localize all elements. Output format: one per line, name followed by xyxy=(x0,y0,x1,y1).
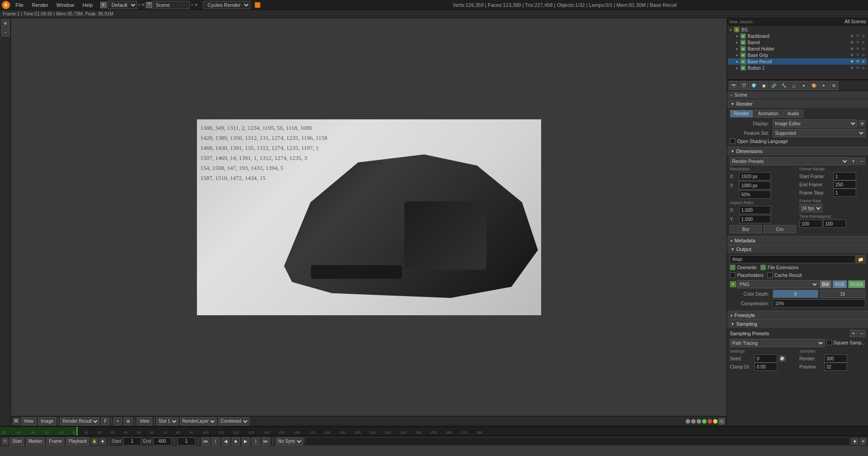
view2-btn[interactable]: View xyxy=(137,417,152,425)
render-layer-select[interactable]: RenderLayer xyxy=(180,417,217,425)
aspect-x-input[interactable] xyxy=(739,206,771,214)
res-x-input[interactable] xyxy=(739,172,771,180)
output-path-browse-btn[interactable]: 📁 xyxy=(856,255,865,263)
prop-tab-render[interactable]: 📷 xyxy=(729,81,738,90)
seed-random-btn[interactable]: 🎲 xyxy=(779,355,785,362)
frame-btn[interactable]: Frame xyxy=(46,437,64,446)
compression-input[interactable] xyxy=(773,299,865,307)
menu-file[interactable]: File xyxy=(13,1,26,9)
output-path-input[interactable] xyxy=(730,255,855,263)
osl-checkbox[interactable] xyxy=(730,138,735,144)
freestyle-section-header[interactable]: ▸ Freestyle xyxy=(727,311,868,319)
scene-name-input[interactable] xyxy=(153,1,190,9)
color-rgba-btn[interactable]: RGBA xyxy=(848,280,865,288)
render-presets-select[interactable]: Render Presets xyxy=(730,157,849,165)
layout-add-btn[interactable]: + xyxy=(138,2,141,7)
outliner-search-btn[interactable]: Search xyxy=(739,20,753,24)
prop-tab-object[interactable]: ◼ xyxy=(759,81,768,90)
f-btn[interactable]: F xyxy=(101,417,109,425)
ol-item-bg[interactable]: ▸ S BG xyxy=(728,26,867,33)
ol-item-base-recoil[interactable]: ▸ M Base Recoil ✱ 👁 ⊕ xyxy=(728,58,867,65)
frame-rate-select[interactable]: 24 fps xyxy=(800,204,822,212)
feature-set-select[interactable]: Supported xyxy=(773,129,865,137)
prop-tab-world[interactable]: 🌍 xyxy=(749,81,758,90)
keyframe-icon[interactable]: ◆ xyxy=(99,438,106,445)
skip-end-btn[interactable]: ⏭ xyxy=(262,437,270,446)
view-btn[interactable]: Start xyxy=(10,437,24,446)
output-section-header[interactable]: ▼ Output xyxy=(727,245,868,253)
zoom-btn[interactable]: ⊕ xyxy=(124,417,133,425)
ol-item-barrel-holder[interactable]: ▸ M Barrel Holder ✱ 👁 ⊕ xyxy=(728,46,867,52)
color-rgb-btn[interactable]: RGB xyxy=(832,280,847,288)
overwrite-checkbox[interactable] xyxy=(730,265,735,270)
presets-add-btn[interactable]: + xyxy=(850,158,857,165)
left-tool-1[interactable]: ⊕ xyxy=(1,19,10,27)
menu-window[interactable]: Window xyxy=(54,1,77,9)
time-remap-old[interactable] xyxy=(800,220,822,228)
aspect-y-input[interactable] xyxy=(739,215,771,223)
crop-btn[interactable]: Cro xyxy=(764,225,796,233)
timeline-scrubber[interactable] xyxy=(305,437,850,446)
frame-step-input[interactable] xyxy=(833,189,856,197)
display-fullscreen-btn[interactable]: ⊞ xyxy=(859,120,865,127)
combined-select[interactable]: Combined xyxy=(218,417,249,425)
presets-remove-btn[interactable]: − xyxy=(858,158,865,165)
play-reverse-btn[interactable]: ◀ xyxy=(222,437,230,446)
square-samples-checkbox[interactable] xyxy=(827,340,832,345)
sync-icon[interactable]: 🔒 xyxy=(91,438,98,445)
timeline-type-icon[interactable]: ⏱ xyxy=(2,438,8,445)
left-tool-2[interactable]: ↔ xyxy=(1,28,10,36)
layout-close-btn[interactable]: ✕ xyxy=(141,2,145,7)
ol-item-barrel[interactable]: ▸ M Barrel ✱ 👁 ⊕ xyxy=(728,39,867,46)
render-section-header[interactable]: ▼ Render xyxy=(727,99,868,108)
time-remap-new[interactable] xyxy=(823,220,846,228)
area-type-icon[interactable]: 🖼 xyxy=(13,418,19,425)
prop-tab-scene[interactable]: 🎬 xyxy=(739,81,748,90)
scene-close-btn[interactable]: ✕ xyxy=(194,2,198,7)
current-frame-input[interactable] xyxy=(177,437,196,446)
render-tab-animation[interactable]: Animation xyxy=(754,110,782,118)
render-tab-render[interactable]: Render xyxy=(730,110,753,118)
playback-btn[interactable]: Playback xyxy=(66,437,89,446)
path-tracing-select[interactable]: Path Tracing xyxy=(730,339,825,347)
prop-tab-particle[interactable]: ✦ xyxy=(819,81,828,90)
ol-item-base-grip[interactable]: ▸ M Base Grip ✱ 👁 ⊕ xyxy=(728,52,867,58)
prop-tab-physics[interactable]: ⚙ xyxy=(829,81,838,90)
clamp-input[interactable] xyxy=(754,363,777,371)
stop-btn[interactable]: ■ xyxy=(232,437,240,446)
render-tab-audio[interactable]: Audio xyxy=(783,110,803,118)
color-depth-8-btn[interactable]: 8 xyxy=(773,290,818,298)
start-frame-input[interactable] xyxy=(833,172,856,180)
cache-checkbox[interactable] xyxy=(767,272,773,278)
next-keyframe-btn[interactable]: ⟩ xyxy=(252,437,260,446)
sampling-presets-remove[interactable]: − xyxy=(858,330,865,337)
dimensions-section-header[interactable]: ▼ Dimensions xyxy=(727,147,868,155)
ol-item-button1[interactable]: ▸ M Button 1 ✱ 👁 ⊕ xyxy=(728,65,867,71)
prop-tab-modifier[interactable]: 🔧 xyxy=(779,81,788,90)
start-frame-input-bottom[interactable] xyxy=(123,437,141,446)
prop-tab-constraint[interactable]: 🔗 xyxy=(769,81,778,90)
border-btn[interactable]: Bor xyxy=(730,225,762,233)
end-frame-input[interactable] xyxy=(833,180,856,189)
prop-tab-texture[interactable]: 🎨 xyxy=(809,81,818,90)
res-pct-input[interactable] xyxy=(739,190,771,199)
display-select[interactable]: Image Editor xyxy=(773,119,857,128)
prop-tab-material[interactable]: ● xyxy=(799,81,808,90)
placeholders-checkbox[interactable] xyxy=(730,272,735,278)
play-btn[interactable]: ▶ xyxy=(242,437,250,446)
end-frame-input-bottom[interactable] xyxy=(153,437,171,446)
prop-tab-data[interactable]: △ xyxy=(789,81,798,90)
render-samples-input[interactable] xyxy=(824,354,847,363)
seed-input[interactable] xyxy=(754,354,777,363)
slot-select[interactable]: Slot 1 xyxy=(156,417,178,425)
res-y-input[interactable] xyxy=(739,181,771,190)
sampling-section-header[interactable]: ▼ Sampling xyxy=(727,319,868,328)
editor-type-select[interactable]: Default xyxy=(108,1,137,9)
skip-start-btn[interactable]: ⏮ xyxy=(202,437,210,446)
keying-icon[interactable]: ◆ xyxy=(852,438,858,445)
image-menu-btn[interactable]: Image xyxy=(38,417,57,425)
prev-keyframe-btn[interactable]: ⟨ xyxy=(212,437,220,446)
color-bw-btn[interactable]: BW xyxy=(820,280,832,288)
ol-item-backboard[interactable]: ▸ M Backboard ✱ 👁 ⊕ xyxy=(728,33,867,39)
sampling-presets-add[interactable]: + xyxy=(850,330,857,337)
